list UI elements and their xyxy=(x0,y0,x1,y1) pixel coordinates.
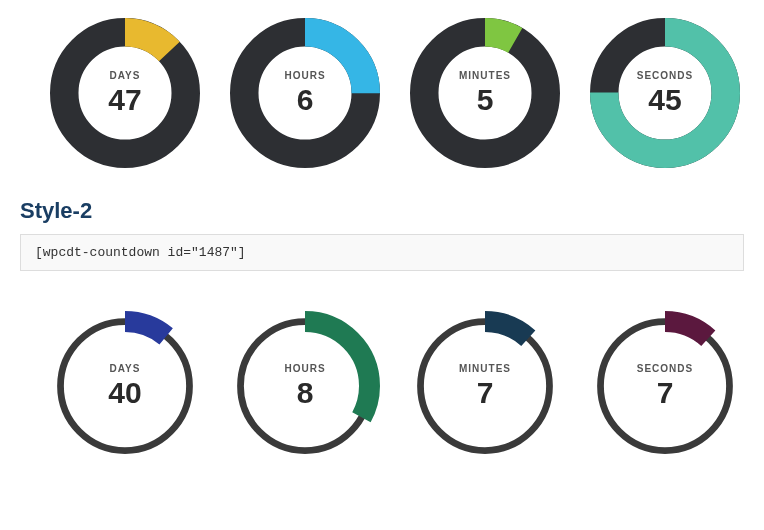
donut-hours: HOURS 6 xyxy=(230,18,380,168)
unit-text: MINUTES xyxy=(459,363,511,374)
value-text: 7 xyxy=(637,376,693,410)
donut-seconds: SECONDS 45 xyxy=(590,18,740,168)
unit-text: DAYS xyxy=(108,70,141,81)
countdown-row-style1: DAYS 47 HOURS 6 MINUTES 5 SECONDS 45 xyxy=(20,18,744,168)
value-text: 5 xyxy=(459,83,511,117)
value-text: 40 xyxy=(108,376,141,410)
donut-minutes: MINUTES 5 xyxy=(410,18,560,168)
value-text: 47 xyxy=(108,83,141,117)
donut-label: MINUTES 7 xyxy=(459,363,511,410)
donut2-hours: HOURS 8 xyxy=(230,311,380,461)
unit-text: SECONDS xyxy=(637,70,693,81)
unit-text: DAYS xyxy=(108,363,141,374)
donut-label: DAYS 40 xyxy=(108,363,141,410)
section-title-style2: Style-2 xyxy=(20,198,744,224)
donut-label: SECONDS 7 xyxy=(637,363,693,410)
shortcode-box[interactable]: [wpcdt-countdown id="1487"] xyxy=(20,234,744,271)
value-text: 45 xyxy=(637,83,693,117)
value-text: 6 xyxy=(284,83,325,117)
countdown-row-style2: DAYS 40 HOURS 8 MINUTES 7 SECONDS 7 xyxy=(20,311,744,461)
donut-label: DAYS 47 xyxy=(108,70,141,117)
donut-label: HOURS 8 xyxy=(284,363,325,410)
donut-days: DAYS 47 xyxy=(50,18,200,168)
donut2-minutes: MINUTES 7 xyxy=(410,311,560,461)
donut2-seconds: SECONDS 7 xyxy=(590,311,740,461)
value-text: 7 xyxy=(459,376,511,410)
donut-label: MINUTES 5 xyxy=(459,70,511,117)
unit-text: HOURS xyxy=(284,363,325,374)
unit-text: MINUTES xyxy=(459,70,511,81)
donut2-days: DAYS 40 xyxy=(50,311,200,461)
unit-text: SECONDS xyxy=(637,363,693,374)
donut-label: HOURS 6 xyxy=(284,70,325,117)
donut-label: SECONDS 45 xyxy=(637,70,693,117)
value-text: 8 xyxy=(284,376,325,410)
unit-text: HOURS xyxy=(284,70,325,81)
